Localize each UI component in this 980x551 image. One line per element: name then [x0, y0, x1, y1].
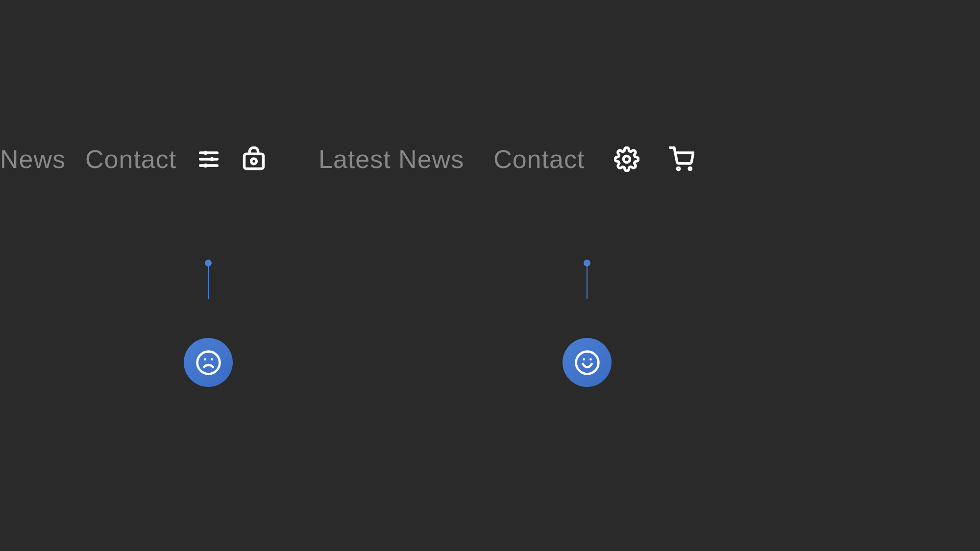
- cart-icon[interactable]: [669, 146, 694, 172]
- svg-point-9: [678, 168, 680, 169]
- svg-point-8: [624, 156, 630, 163]
- pin-sad[interactable]: [184, 260, 233, 387]
- sliders-icon[interactable]: [196, 146, 221, 172]
- pin-dot-right: [584, 260, 590, 266]
- pin-dot-left: [205, 260, 212, 266]
- svg-point-7: [251, 159, 257, 164]
- svg-point-4: [210, 157, 214, 162]
- svg-point-3: [203, 151, 208, 155]
- nav-item-contact-left[interactable]: Contact: [85, 144, 176, 174]
- happy-face-icon: [574, 349, 601, 376]
- nav-item-latest-news[interactable]: Latest News: [318, 144, 464, 174]
- gear-icon[interactable]: [614, 146, 639, 172]
- pin-circle-sad[interactable]: [184, 338, 233, 387]
- svg-point-11: [197, 351, 220, 374]
- navbar-right: Latest News Contact: [318, 144, 694, 174]
- svg-rect-6: [245, 154, 264, 168]
- svg-point-5: [203, 164, 208, 168]
- pin-circle-happy[interactable]: [563, 338, 612, 387]
- nav-item-contact-right[interactable]: Contact: [493, 144, 585, 174]
- svg-point-14: [576, 351, 598, 374]
- sad-face-icon: [195, 349, 222, 376]
- bag-icon[interactable]: [241, 146, 267, 172]
- pin-happy[interactable]: [563, 260, 612, 387]
- nav-item-news-left[interactable]: News: [0, 144, 66, 174]
- navbar-left: News Contact: [0, 144, 267, 174]
- svg-point-10: [689, 168, 691, 169]
